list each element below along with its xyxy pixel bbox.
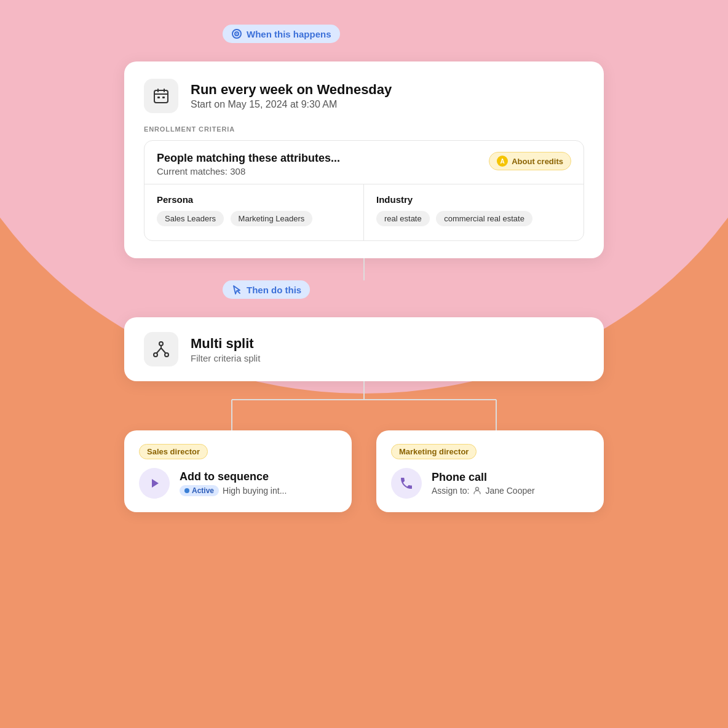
branch-card-right-body: Phone call Assign to: Jane Cooper — [391, 468, 589, 499]
tag-sales-leaders: Sales Leaders — [157, 211, 224, 226]
split-icon-wrap — [144, 332, 178, 366]
industry-col: Industry real estate commercial real est… — [364, 184, 584, 240]
criteria-matches: Current matches: 308 — [157, 166, 340, 176]
svg-rect-3 — [154, 90, 168, 103]
trigger-subtitle: Start on May 15, 2024 at 9:30 AM — [191, 99, 392, 110]
when-label-badge: When this happens — [223, 25, 340, 43]
criteria-title: People matching these attributes... — [157, 152, 340, 165]
assign-label: Assign to: — [432, 486, 469, 496]
criteria-info: People matching these attributes... Curr… — [157, 152, 340, 176]
tag-commercial-real-estate: commercial real estate — [436, 211, 532, 226]
play-icon — [147, 476, 162, 491]
then-label-badge: Then do this — [223, 280, 310, 299]
split-icon — [152, 340, 170, 358]
svg-rect-4 — [157, 97, 160, 98]
persona-col: Persona Sales Leaders Marketing Leaders — [144, 184, 364, 240]
tag-real-estate: real estate — [376, 211, 430, 226]
branch-card-left[interactable]: Sales director Add to sequence Active — [124, 430, 352, 512]
persona-tags: Sales Leaders Marketing Leaders — [157, 211, 351, 231]
industry-tags: real estate commercial real estate — [376, 211, 571, 231]
when-section: When this happens Run every week on Wedn… — [0, 25, 728, 512]
assign-person: Jane Cooper — [485, 486, 534, 496]
connector-v1 — [363, 258, 365, 280]
main-content: When this happens Run every week on Wedn… — [0, 0, 728, 512]
trigger-card[interactable]: Run every week on Wednesday Start on May… — [124, 61, 604, 258]
phone-info: Phone call Assign to: Jane Cooper — [432, 471, 535, 496]
sequence-sub: Active High buying int... — [180, 485, 287, 496]
phone-icon — [399, 476, 414, 491]
trigger-icon — [231, 28, 242, 39]
branch-cards: Sales director Add to sequence Active — [124, 430, 604, 512]
phone-title: Phone call — [432, 471, 535, 484]
calendar-icon — [144, 79, 178, 113]
sequence-sub-text: High buying int... — [223, 486, 287, 496]
then-label-row: Then do this — [124, 280, 604, 309]
sequence-icon-wrap — [139, 468, 170, 499]
branch-card-right[interactable]: Marketing director Phone call Assign to: — [376, 430, 604, 512]
phone-icon-wrap — [391, 468, 422, 499]
when-label-text: When this happens — [247, 29, 331, 39]
split-info: Multi split Filter criteria split — [191, 336, 260, 363]
then-label-text: Then do this — [247, 285, 301, 295]
criteria-header: People matching these attributes... Curr… — [144, 141, 584, 184]
sales-director-badge: Sales director — [139, 444, 208, 459]
branch-lines — [124, 381, 604, 430]
svg-rect-5 — [162, 97, 165, 98]
industry-col-title: Industry — [376, 194, 571, 205]
criteria-box: People matching these attributes... Curr… — [144, 140, 584, 241]
svg-point-2 — [236, 33, 237, 34]
enrollment-label: ENROLLMENT CRITERIA — [144, 125, 584, 133]
split-subtitle: Filter criteria split — [191, 353, 260, 363]
trigger-info: Run every week on Wednesday Start on May… — [191, 82, 392, 110]
sequence-info: Add to sequence Active High buying int..… — [180, 470, 287, 496]
criteria-table: Persona Sales Leaders Marketing Leaders … — [144, 184, 584, 240]
persona-col-title: Persona — [157, 194, 351, 205]
credits-icon: A — [497, 156, 508, 167]
branch-card-left-body: Add to sequence Active High buying int..… — [139, 468, 337, 499]
credits-text: About credits — [512, 157, 563, 166]
sequence-title: Add to sequence — [180, 470, 287, 483]
trigger-header: Run every week on Wednesday Start on May… — [144, 79, 584, 113]
active-text: Active — [192, 486, 214, 495]
person-icon — [473, 486, 481, 495]
active-badge: Active — [180, 485, 219, 496]
when-label-row: When this happens — [124, 25, 604, 53]
marketing-director-badge: Marketing director — [391, 444, 477, 459]
tag-marketing-leaders: Marketing Leaders — [231, 211, 313, 226]
split-card[interactable]: Multi split Filter criteria split — [124, 317, 604, 381]
svg-point-9 — [476, 488, 479, 491]
trigger-title: Run every week on Wednesday — [191, 82, 392, 98]
split-title: Multi split — [191, 336, 260, 352]
phone-sub: Assign to: Jane Cooper — [432, 486, 535, 496]
cursor-icon — [231, 284, 242, 295]
credits-badge[interactable]: A About credits — [489, 152, 571, 170]
active-dot — [184, 488, 189, 493]
